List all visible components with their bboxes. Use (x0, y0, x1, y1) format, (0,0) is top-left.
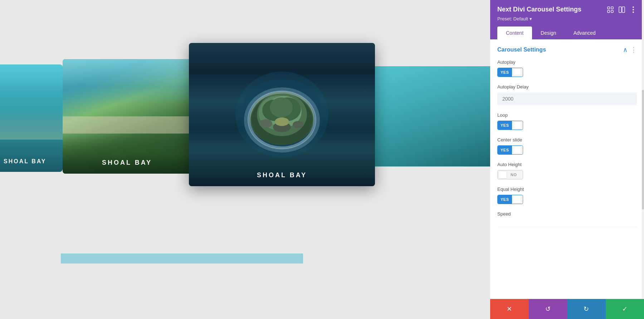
carousel-container: SHOAL BAY SHOAL BAY (0, 0, 490, 319)
auto-height-setting: Auto Height NO (497, 162, 637, 179)
side-panel: Next Divi Carousel Settings (490, 0, 644, 319)
accent-line (61, 253, 303, 264)
svg-rect-16 (608, 7, 610, 9)
undo-button[interactable]: ↺ (529, 299, 567, 319)
panel-toolbar: ✕ ↺ ↻ ✓ (490, 299, 644, 319)
loop-label: Loop (497, 112, 637, 118)
auto-height-label: Auto Height (497, 162, 637, 167)
tab-design[interactable]: Design (532, 26, 565, 39)
section-controls: ∧ ⋮ (623, 46, 637, 54)
loop-toggle[interactable]: YES (497, 121, 523, 130)
tab-content[interactable]: Content (497, 26, 532, 39)
center-slide-yes: YES (498, 146, 512, 154)
equal-height-toggle[interactable]: YES (497, 195, 523, 204)
svg-rect-18 (608, 10, 610, 13)
panel-preset[interactable]: Preset: Default ▾ (497, 16, 637, 21)
columns-icon[interactable] (618, 6, 625, 13)
svg-point-9 (270, 97, 293, 117)
island-svg (232, 64, 332, 165)
equal-height-setting: Equal Height YES (497, 187, 637, 204)
autoplay-delay-setting: Autoplay Delay (497, 84, 637, 105)
expand-icon[interactable] (607, 6, 614, 13)
cancel-button[interactable]: ✕ (490, 299, 529, 319)
svg-point-10 (259, 119, 272, 128)
svg-rect-21 (622, 7, 625, 13)
section-header: Carousel Settings ∧ ⋮ (497, 46, 637, 54)
equal-height-yes: YES (498, 195, 512, 204)
autoplay-yes: YES (498, 68, 512, 77)
auto-height-no: NO (508, 170, 520, 179)
canvas-area: SHOAL BAY SHOAL BAY (0, 0, 490, 319)
panel-tabs: Content Design Advanced (497, 26, 637, 39)
autoplay-delay-label: Autoplay Delay (497, 84, 637, 90)
slide-far-left-label: SHOAL BAY (4, 158, 46, 165)
svg-rect-20 (619, 7, 621, 13)
auto-height-toggle[interactable]: NO (497, 170, 523, 179)
panel-content: Carousel Settings ∧ ⋮ Autoplay YES Autop… (490, 39, 644, 319)
autoplay-delay-input[interactable] (497, 92, 637, 105)
svg-point-23 (633, 9, 634, 10)
redo-button[interactable]: ↻ (567, 299, 606, 319)
center-slide-toggle[interactable]: YES (497, 145, 523, 155)
svg-point-24 (633, 11, 634, 13)
slide-2: SHOAL BAY (63, 59, 191, 174)
svg-point-13 (275, 117, 289, 126)
autoplay-setting: Autoplay YES (497, 59, 637, 77)
slide-3-center: SHOAL BAY (189, 43, 375, 186)
autoplay-thumb (513, 68, 521, 76)
section-more-icon[interactable]: ⋮ (630, 46, 637, 54)
panel-header: Next Divi Carousel Settings (490, 0, 644, 39)
panel-header-top: Next Divi Carousel Settings (497, 6, 637, 13)
speed-setting: Speed (497, 211, 637, 217)
loop-thumb (513, 121, 521, 129)
slide-2-sand (63, 116, 191, 134)
auto-height-thumb (498, 171, 507, 179)
panel-title: Next Divi Carousel Settings (497, 6, 581, 13)
equal-height-thumb (513, 195, 521, 203)
loop-yes: YES (498, 121, 512, 130)
collapse-icon[interactable]: ∧ (623, 46, 628, 54)
slide-3-label: SHOAL BAY (189, 171, 375, 179)
slide-2-foliage (63, 134, 191, 174)
slide-2-label: SHOAL BAY (63, 159, 191, 166)
loop-setting: Loop YES (497, 112, 637, 130)
scrollbar-track[interactable] (642, 0, 644, 299)
svg-point-22 (633, 6, 634, 8)
svg-rect-19 (611, 10, 613, 13)
center-slide-thumb (513, 146, 521, 154)
slide-2-wave (63, 59, 191, 105)
autoplay-toggle[interactable]: YES (497, 68, 523, 77)
scrollbar-thumb[interactable] (642, 90, 644, 209)
tab-advanced[interactable]: Advanced (565, 26, 604, 39)
center-slide-label: Center slide (497, 137, 637, 142)
panel-header-icons (607, 6, 637, 13)
equal-height-label: Equal Height (497, 187, 637, 192)
save-button[interactable]: ✓ (606, 299, 644, 319)
svg-point-11 (293, 121, 303, 128)
sand-art-1 (0, 107, 63, 140)
section-title: Carousel Settings (497, 47, 546, 53)
more-options-icon[interactable] (630, 6, 637, 13)
center-slide-setting: Center slide YES (497, 137, 637, 155)
carousel-settings-section: Carousel Settings ∧ ⋮ Autoplay YES Autop… (497, 39, 637, 227)
slide-far-left: SHOAL BAY (0, 64, 63, 172)
svg-rect-17 (611, 7, 613, 9)
autoplay-label: Autoplay (497, 59, 637, 65)
speed-label: Speed (497, 211, 637, 217)
